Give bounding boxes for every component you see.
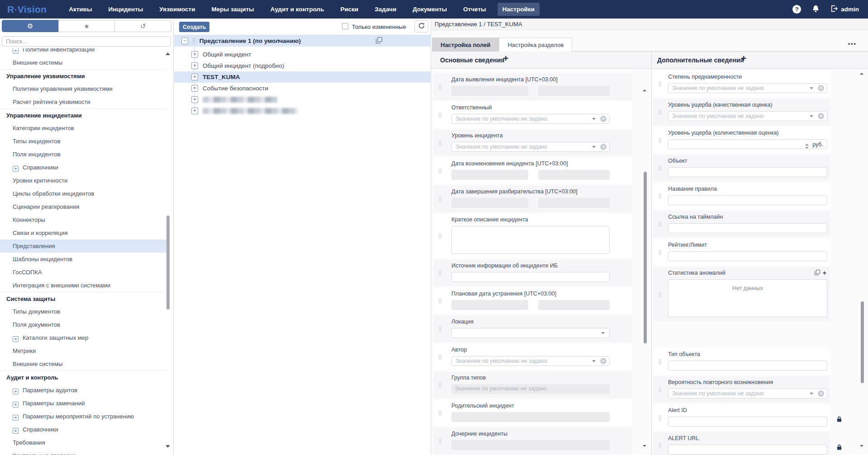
clear-icon[interactable]: ✕ [818, 113, 824, 119]
search-input[interactable] [2, 36, 171, 47]
drag-handle-icon[interactable]: ⣿ [658, 387, 662, 393]
expand-plus-icon[interactable]: + [13, 428, 19, 434]
tree-item-Событие безопасности[interactable]: +Событие безопасности [174, 83, 431, 94]
sidebar-item-Представления[interactable]: Представления [0, 239, 166, 253]
text-input[interactable] [668, 195, 827, 205]
sidebar-item-Уровни критичности[interactable]: Уровни критичности [0, 174, 166, 187]
select-input[interactable]: Значение по умолчанию не задано✕ [451, 142, 610, 152]
drag-handle-icon[interactable]: ⣿ [658, 221, 662, 227]
drag-handle-icon[interactable]: ⣿ [658, 291, 662, 297]
select-input[interactable]: Значение по умолчанию не задано✕ [451, 114, 610, 124]
drag-handle-icon[interactable]: ⣿ [438, 326, 442, 332]
drag-handle-icon[interactable]: ⣿ [438, 140, 442, 146]
drag-handle-icon[interactable]: ⣿ [658, 415, 662, 421]
number-input[interactable]: руб. [668, 139, 827, 149]
sidebar-item-Шаблоны инцидентов[interactable]: Шаблоны инцидентов [0, 253, 166, 266]
date-input-start[interactable] [451, 86, 528, 96]
sidebar-item-Требования[interactable]: Требования [0, 436, 166, 449]
drag-handle-icon[interactable]: ⣿ [658, 359, 662, 365]
expand-plus-icon[interactable]: + [13, 402, 19, 408]
clear-icon[interactable]: ✕ [600, 116, 607, 122]
sidebar-item-Параметры аудитов[interactable]: +Параметры аудитов [0, 384, 166, 397]
drag-handle-icon[interactable]: ⣿ [438, 410, 442, 416]
drag-handle-icon[interactable]: ⣿ [438, 168, 442, 174]
sidebar-item-Поля инцидентов[interactable]: Поля инцидентов [0, 148, 166, 161]
nav-item-Отчеты[interactable]: Отчеты [458, 3, 491, 16]
select-input[interactable]: Значение по умолчанию не задано✕ [668, 389, 827, 399]
tab-section-settings[interactable]: Настройка разделов [499, 38, 572, 52]
sidebar-item-Расчет рейтинга уязвимости[interactable]: Расчет рейтинга уязвимости [0, 95, 166, 108]
text-input[interactable] [668, 445, 827, 455]
help-icon[interactable]: ? [792, 5, 801, 14]
sidebar-item-Каталоги защитных мер[interactable]: +Каталоги защитных мер [0, 331, 166, 344]
drag-handle-icon[interactable]: ⣿ [438, 438, 442, 444]
expand-plus-icon[interactable]: + [191, 62, 198, 69]
user-menu[interactable]: admin [830, 5, 859, 14]
drag-handle-icon[interactable]: ⣿ [438, 84, 442, 90]
collapse-minus-icon[interactable]: − [181, 38, 188, 44]
sidebar-scrollbar-thumb[interactable] [166, 216, 170, 310]
expand-plus-icon[interactable]: + [191, 51, 198, 58]
select-input[interactable]: Значение по умолчанию не задано✕ [451, 356, 610, 366]
expand-plus-icon[interactable]: + [191, 108, 198, 114]
text-input[interactable] [668, 417, 827, 427]
create-button[interactable]: Создать [179, 22, 209, 32]
sidebar-scroll-up[interactable] [166, 50, 170, 55]
sidebar-item-Справочники[interactable]: +Справочники [0, 161, 166, 174]
expand-plus-icon[interactable]: + [13, 48, 19, 54]
additional-column-scroll-up[interactable] [860, 71, 863, 75]
chevron-down-icon[interactable] [810, 393, 813, 397]
drag-handle-icon[interactable]: ⣿ [438, 270, 442, 276]
nav-item-Задачи[interactable]: Задачи [370, 3, 401, 16]
main-column-scrollbar-thumb[interactable] [644, 172, 647, 343]
clear-icon[interactable]: ✕ [818, 390, 824, 397]
nav-item-Аудит и контроль[interactable]: Аудит и контроль [266, 3, 329, 16]
drag-handle-icon[interactable]: ⣿ [658, 81, 662, 87]
tab-field-settings[interactable]: Настройка полей [432, 38, 499, 52]
nav-item-Документы[interactable]: Документы [408, 3, 452, 16]
sidebar-item-Циклы обработки инцидентов[interactable]: Циклы обработки инцидентов [0, 187, 166, 200]
select-input[interactable] [451, 328, 610, 338]
expand-plus-icon[interactable]: + [191, 96, 198, 103]
sidebar-item-ГосСОПКА[interactable]: ГосСОПКА [0, 266, 166, 279]
nav-item-Меры защиты[interactable]: Меры защиты [207, 3, 259, 16]
sidebar-scroll-down[interactable] [166, 445, 170, 450]
step-up-icon[interactable] [805, 142, 809, 145]
drag-handle-icon[interactable]: ⣿ [658, 109, 662, 115]
text-input[interactable] [668, 223, 827, 233]
chevron-down-icon[interactable] [592, 118, 596, 122]
clear-icon[interactable]: ✕ [600, 358, 607, 364]
chevron-down-icon[interactable] [592, 360, 596, 364]
sidebar-item-Справочники[interactable]: +Справочники [0, 423, 166, 436]
expand-plus-icon[interactable]: + [13, 415, 19, 421]
tab-favorites[interactable]: ★ [58, 20, 115, 32]
sidebar-item-Контрольные проверки[interactable]: Контрольные проверки [0, 449, 166, 455]
nav-item-Активы[interactable]: Активы [64, 3, 97, 16]
number-stepper[interactable] [805, 142, 809, 150]
nav-item-Риски[interactable]: Риски [335, 3, 363, 16]
nav-item-Уязвимости[interactable]: Уязвимости [154, 3, 200, 16]
nav-item-Настройки[interactable]: Настройки [498, 3, 540, 16]
expand-plus-icon[interactable]: + [191, 85, 198, 92]
drag-handle-icon[interactable]: ⣿ [438, 382, 442, 388]
expand-plus-icon[interactable]: + [13, 389, 19, 394]
clear-icon[interactable]: ✕ [600, 144, 607, 150]
text-input[interactable] [668, 251, 827, 261]
chevron-down-icon[interactable] [810, 87, 813, 91]
tree-item-redacted[interactable]: + [174, 94, 431, 105]
drag-handle-icon[interactable]: ⣿ [658, 165, 662, 171]
date-input-start[interactable] [451, 300, 528, 310]
select-input[interactable]: Значение по умолчанию не задано✕ [668, 83, 827, 93]
sidebar-item-Параметры мероприятий по устранению[interactable]: +Параметры мероприятий по устранению [0, 410, 166, 423]
date-input-end[interactable] [538, 170, 610, 180]
copy-icon[interactable] [815, 270, 820, 277]
text-input[interactable] [668, 361, 827, 371]
sidebar-item-Внешние системы[interactable]: Внешние системы [0, 56, 166, 69]
drag-handle-icon[interactable]: ⣿ [192, 38, 196, 44]
drag-handle-icon[interactable]: ⣿ [438, 298, 442, 304]
drag-handle-icon[interactable]: ⣿ [658, 443, 662, 449]
date-input-end[interactable] [538, 300, 610, 310]
clear-icon[interactable]: ✕ [818, 85, 824, 91]
tree-item-TEST_KUMA[interactable]: +TEST_KUMA [174, 71, 431, 83]
duplicate-view-icon[interactable] [376, 37, 382, 45]
